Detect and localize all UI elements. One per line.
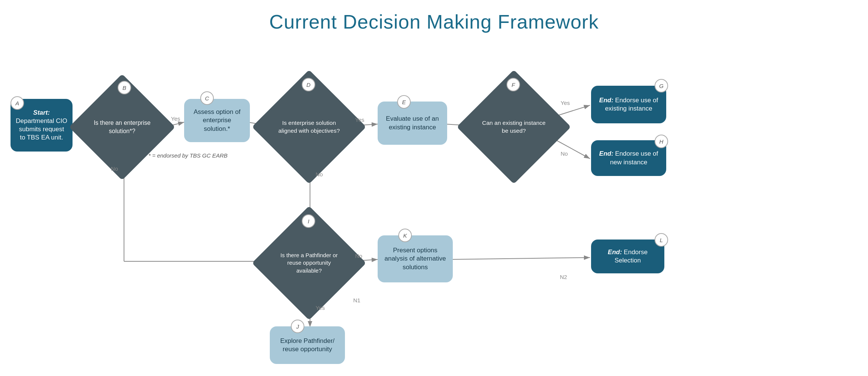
label-i-no: No: [355, 253, 362, 259]
node-label-h: H: [655, 135, 668, 148]
node-label-g: G: [655, 79, 668, 92]
node-e-text: Evaluate use of an existing instance: [383, 115, 442, 131]
node-g-text: End: Endorse use of existing instance: [596, 96, 661, 113]
node-label-l: L: [655, 233, 668, 247]
node-h-text: End: Endorse use of new instance: [596, 150, 661, 166]
node-label-i: I: [302, 214, 315, 228]
label-f-no: No: [561, 150, 568, 157]
page: Current Decision Making Framework: [0, 0, 868, 376]
footnote: * = endorsed by TBS GC EARB: [148, 152, 228, 159]
label-b-yes: Yes: [171, 115, 180, 122]
label-d-no: No: [316, 171, 323, 177]
node-c: Assess option of enterprise solution.*: [184, 99, 250, 142]
node-label-c: C: [200, 91, 214, 105]
node-j: Explore Pathfinder/ reuse opportunity: [270, 326, 345, 364]
svg-line-13: [449, 258, 590, 259]
node-k: Present options analysis of alternative …: [378, 235, 453, 282]
node-label-d: D: [302, 78, 315, 91]
node-label-k: K: [398, 229, 412, 242]
node-k-text: Present options analysis of alternative …: [383, 246, 448, 271]
node-l: End: Endorse Selection: [591, 240, 664, 273]
node-d: Is enterprise solution aligned with obje…: [269, 86, 349, 167]
svg-line-6: [554, 105, 590, 117]
node-j-text: Explore Pathfinder/ reuse opportunity: [275, 337, 340, 353]
node-label-a: A: [11, 96, 24, 110]
node-a-text: Start: Departmental CIO submits request …: [16, 109, 67, 142]
label-i-yes: Yes: [316, 305, 325, 311]
node-label-f: F: [507, 78, 520, 91]
node-i: Is there a Pathfinder or reuse opportuni…: [269, 223, 349, 303]
label-d-yes: Yes: [355, 117, 364, 123]
node-e: Evaluate use of an existing instance: [378, 102, 447, 145]
node-g: End: Endorse use of existing instance: [591, 86, 666, 123]
diagram: A Start: Departmental CIO submits reques…: [0, 41, 868, 376]
svg-line-7: [554, 139, 590, 159]
node-label-b: B: [118, 81, 131, 94]
node-label-j: J: [291, 320, 304, 333]
node-h: End: Endorse use of new instance: [591, 140, 666, 176]
page-title: Current Decision Making Framework: [0, 0, 868, 33]
label-f-yes: Yes: [561, 100, 570, 106]
label-b-no: No: [111, 165, 118, 172]
label-n2: N2: [560, 274, 567, 280]
node-label-e: E: [397, 95, 411, 109]
label-n1: N1: [353, 297, 360, 303]
node-f: Can an existing instance be used?: [473, 86, 554, 167]
node-c-text: Assess option of enterprise solution.*: [189, 108, 245, 133]
node-l-text: End: Endorse Selection: [596, 248, 659, 265]
